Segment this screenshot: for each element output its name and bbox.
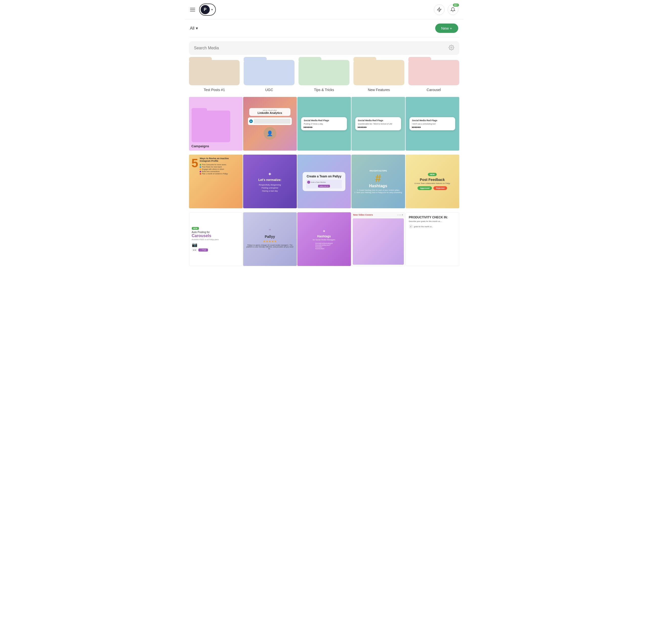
team-card: Create a Team on Pallyy Invite a Team Me…	[303, 172, 346, 191]
instagram-title: Ways to Revive an Inactive Instagram Pro…	[200, 157, 240, 162]
folder-icon-blue	[244, 60, 294, 85]
header: P ▾ 50+	[185, 0, 463, 19]
create-team-cell[interactable]: Create a Team on Pallyy Invite a Team Me…	[297, 155, 351, 208]
notification-badge: 50+	[453, 4, 459, 7]
smrf-title: Social Media Red Flags	[304, 119, 344, 122]
linkedin-title: LinkedIn Analytics	[252, 111, 288, 114]
normalize-item2: Feeling uninspired	[262, 187, 278, 189]
productivity-title: PRODUCTIVITY CHECK IN:	[409, 216, 448, 219]
hashtags-cell[interactable]: #HASHTAGTIPS # Hashtags 1: Create Hashta…	[352, 155, 405, 208]
svg-marker-0	[437, 8, 441, 12]
folder-carousel[interactable]: Carousel	[409, 60, 459, 92]
search-input[interactable]	[194, 46, 449, 50]
quote-mark-icon: "	[269, 229, 271, 233]
pallyy-review-cell[interactable]: " Pallyy ★★★★★ Pallyy is a game-changer …	[243, 212, 297, 266]
new-button[interactable]: New +	[435, 23, 458, 33]
instagram-revive-cell[interactable]: 5 Ways to Revive an Inactive Instagram P…	[189, 155, 242, 208]
divider	[189, 37, 459, 37]
content-grid-row3: NEW Auto Posting for Carousels Available…	[185, 212, 463, 270]
toolbar: All ▾ New +	[185, 19, 463, 37]
pallyy-stars: ★★★★★	[263, 239, 277, 243]
linkedin-badge: NEW FEATURE	[252, 110, 288, 111]
video-title: New Video Covers	[353, 214, 373, 216]
bolt-button[interactable]	[434, 4, 444, 15]
settings-icon[interactable]	[449, 45, 454, 51]
smrf1-card: Social Media Red Flags Posting 27 times …	[301, 117, 347, 130]
header-left: P ▾	[190, 4, 216, 16]
carousels-new-badge: NEW	[192, 227, 199, 230]
productivity-cell[interactable]: PRODUCTIVITY CHECK IN: Describe your goa…	[406, 212, 459, 266]
hashtag-symbol: #	[375, 173, 381, 184]
folder-label: UGC	[265, 88, 273, 92]
hashtag-tips-label: #HASHTAGTIPS	[369, 169, 387, 172]
linkedin-cell[interactable]: NEW FEATURE LinkedIn Analytics in 👤	[243, 97, 297, 151]
folders-grid: Test Posts #1 UGC Tips & Tricks New Feat…	[185, 60, 463, 97]
folder-label: New Features	[368, 88, 390, 92]
search-section	[189, 41, 459, 55]
sparkle-icon: ✦	[268, 171, 272, 177]
normalize-item3: Having a bad day	[262, 190, 278, 192]
campaigns-label: Campaigns	[192, 144, 240, 148]
smrf-flags: ▶▶▶▶▶▶	[304, 126, 344, 128]
smrf-flags3: ▶▶▶▶▶▶	[412, 126, 452, 128]
carousels-subtitle: Available FREE on all Pallyy plans	[192, 238, 219, 240]
smrf2-text: Questionable bio: 'Went to School of Lif…	[358, 123, 398, 125]
account-dropdown-button[interactable]: P ▾	[199, 4, 216, 16]
folder-tips[interactable]: Tips & Tricks	[299, 60, 349, 92]
folder-icon-pink	[409, 60, 459, 85]
folder-test-posts[interactable]: Test Posts #1	[189, 60, 240, 92]
pallyy-name: Pallyy	[265, 234, 275, 238]
auto-posting-cell[interactable]: NEW Auto Posting for Carousels Available…	[189, 212, 242, 266]
smrf-title3: Social Media Red Flags	[412, 119, 452, 122]
campaigns-cell[interactable]: Campaigns	[189, 97, 242, 151]
smrf3-card: Social Media Red Flags I don't use a sch…	[410, 117, 455, 130]
hamburger-menu[interactable]	[190, 8, 195, 11]
folder-label: Tips & Tricks	[314, 88, 334, 92]
hashtags-managers-cell[interactable]: ✦ Hashtags for Social Media Managers #so…	[297, 212, 351, 266]
folder-icon-green	[299, 60, 349, 85]
hashtag-sparkle-icon: ✦	[322, 229, 326, 233]
carousels-title1: Auto Posting for	[192, 231, 210, 233]
feedback-new-badge: NEW	[428, 173, 437, 176]
folder-icon-tan	[189, 60, 240, 85]
team-title: Create a Team on Pallyy	[306, 175, 342, 178]
folder-icon-peach	[354, 60, 404, 85]
folder-label: Test Posts #1	[204, 88, 225, 92]
filter-chevron-icon: ▾	[196, 26, 198, 31]
normalize-cell[interactable]: ✦ Let's normalize: Respectfully disagree…	[243, 155, 297, 208]
feedback-subtitle: & more Team collaboration features on Pa…	[415, 182, 450, 184]
hashtags2-tags: #socialmediastrategist #socialmediacoach…	[315, 243, 333, 250]
normalize-title: Let's normalize:	[258, 178, 281, 182]
new-video-cell[interactable]: New Video Covers ─ □ ✕	[352, 212, 405, 266]
smrf1-cell[interactable]: Social Media Red Flags Posting 27 times …	[297, 97, 351, 151]
carousels-title2: Carousels	[192, 233, 211, 238]
hashtag-tip2: 2: Save your Hashtag Sets in Pallyy.com …	[354, 192, 402, 193]
content-grid-row1: Campaigns NEW FEATURE LinkedIn Analytics…	[185, 97, 463, 155]
logo-letter: P	[204, 7, 207, 12]
hashtags2-subtitle: for Social Media Managers	[313, 238, 335, 241]
content-grid-row2: 5 Ways to Revive an Inactive Instagram P…	[185, 155, 463, 212]
normalize-item1: Respectfully disagreeing	[259, 184, 281, 186]
hashtags-title: Hashtags	[369, 184, 387, 188]
hashtag-tip1: 1: Create Hashtag Sets for each of your …	[357, 189, 399, 191]
smrf3-text: I don't use a scheduling tool	[412, 123, 452, 125]
svg-point-1	[451, 47, 452, 48]
smrf1-text: Posting 27 times a day	[304, 123, 344, 125]
hashtags2-title: Hashtags	[317, 234, 331, 238]
post-feedback-cell[interactable]: NEW Post Feedback & more Team collaborat…	[406, 155, 459, 208]
logo-circle: P	[201, 5, 210, 14]
instagram-list: Post Carousels for more saves Post Reels…	[200, 164, 240, 175]
filter-dropdown[interactable]: All ▾	[190, 26, 198, 31]
smrf2-card: Social Media Red Flags Questionable bio:…	[355, 117, 401, 130]
folder-new-features[interactable]: New Features	[354, 60, 404, 92]
notifications-button[interactable]: 50+	[448, 4, 458, 15]
instagram-number: 5	[192, 157, 198, 169]
filter-label: All	[190, 26, 195, 31]
smrf3-cell[interactable]: Social Media Red Flags I don't use a sch…	[406, 97, 459, 151]
smrf-title2: Social Media Red Flags	[358, 119, 398, 122]
folder-label: Carousel	[427, 88, 441, 92]
folder-ugc[interactable]: UGC	[244, 60, 294, 92]
pallyy-quote: Pallyy is a game-changer for social medi…	[246, 244, 294, 250]
chevron-down-icon: ▾	[211, 8, 213, 11]
smrf2-cell[interactable]: Social Media Red Flags Questionable bio:…	[352, 97, 405, 151]
